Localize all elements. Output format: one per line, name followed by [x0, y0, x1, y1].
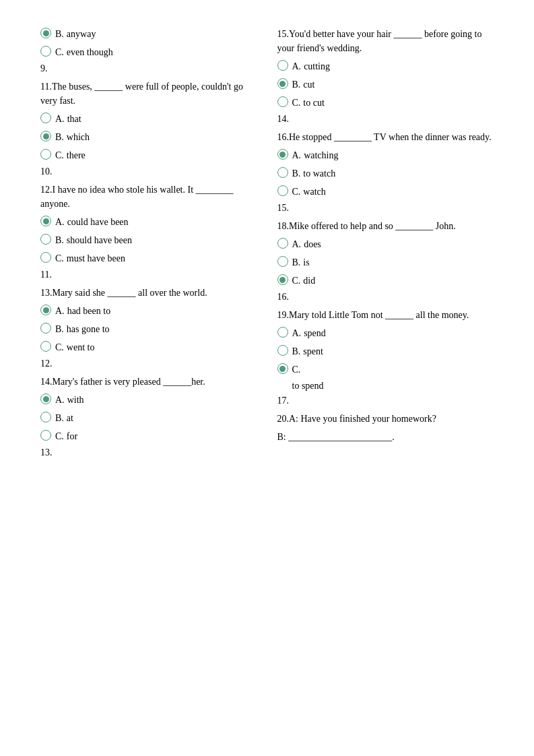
option-item[interactable]: C.went to [40, 340, 257, 354]
option-item[interactable]: C.even though [40, 45, 257, 59]
radio-button[interactable] [277, 167, 288, 178]
option-item[interactable]: C. [277, 363, 494, 377]
radio-button[interactable] [277, 60, 288, 71]
option-item[interactable]: A.could have been [40, 215, 257, 229]
option-label: C. [55, 429, 64, 443]
radio-button[interactable] [40, 131, 51, 141]
option-text: watching [304, 148, 338, 162]
radio-button[interactable] [277, 238, 288, 249]
radio-button[interactable] [277, 78, 288, 89]
question-text: 11.The buses, ______ were full of people… [40, 80, 257, 108]
radio-button[interactable] [40, 305, 51, 315]
radio-button[interactable] [40, 341, 51, 352]
section-number: 9. [40, 63, 257, 74]
radio-button[interactable] [277, 274, 288, 285]
option-item[interactable]: A.that [40, 112, 257, 126]
question-text: 15.You'd better have your hair ______ be… [277, 27, 494, 55]
option-text: did [303, 274, 315, 288]
option-item[interactable]: A.does [277, 237, 494, 251]
option-label: A. [292, 237, 302, 251]
section-number: 13. [40, 447, 257, 458]
radio-selected-dot [43, 30, 49, 36]
option-item[interactable]: A.had been to [40, 304, 257, 318]
option-item[interactable]: B.has gone to [40, 322, 257, 336]
question-text: 16.He stopped ________ TV when the dinne… [277, 130, 494, 144]
option-item[interactable]: B.which [40, 130, 257, 144]
question-text: 19.Mary told Little Tom not ______ all t… [277, 308, 494, 322]
radio-button[interactable] [277, 327, 288, 338]
option-item[interactable]: B.is [277, 255, 494, 270]
option-text: for [67, 429, 77, 443]
option-item[interactable]: A.with [40, 393, 257, 407]
option-label: C. [55, 148, 64, 162]
radio-button[interactable] [40, 393, 51, 404]
option-extra-text: to spend [292, 381, 494, 391]
radio-button[interactable] [40, 323, 51, 334]
radio-button[interactable] [40, 149, 51, 160]
radio-button[interactable] [40, 430, 51, 441]
option-text: spent [303, 344, 323, 358]
option-text: must have been [67, 251, 125, 265]
option-text: could have been [67, 215, 129, 229]
radio-button[interactable] [277, 96, 288, 107]
option-label: A. [55, 304, 65, 318]
question-text: 13.Mary said she ______ all over the wor… [40, 286, 257, 300]
option-item[interactable]: A.spend [277, 326, 494, 340]
option-item[interactable]: A.watching [277, 148, 494, 162]
radio-button[interactable] [277, 345, 288, 356]
radio-button[interactable] [40, 113, 51, 123]
option-item[interactable]: C.for [40, 429, 257, 443]
option-text: even though [67, 45, 113, 59]
option-item[interactable]: C.there [40, 148, 257, 162]
main-columns: B.anywayC.even though9.11.The buses, ___… [40, 27, 494, 464]
radio-selected-dot [43, 218, 49, 224]
radio-button[interactable] [277, 363, 288, 374]
option-label: C. [292, 96, 301, 110]
option-text: does [304, 237, 321, 251]
radio-button[interactable] [277, 185, 288, 196]
section-number: 10. [40, 166, 257, 177]
option-item[interactable]: B.cut [277, 77, 494, 92]
option-label: B. [292, 255, 301, 270]
radio-selected-dot [279, 277, 286, 283]
option-item[interactable]: B.should have been [40, 233, 257, 247]
option-label: A. [292, 148, 302, 162]
question-text: B: ______________________. [277, 430, 494, 444]
right-column: 15.You'd better have your hair ______ be… [277, 27, 494, 464]
option-text: to watch [303, 166, 335, 181]
option-label: B. [55, 130, 64, 144]
radio-button[interactable] [40, 46, 51, 57]
radio-button[interactable] [277, 149, 288, 160]
option-text: which [67, 130, 90, 144]
option-label: A. [55, 215, 65, 229]
section-number: 12. [40, 358, 257, 369]
option-item[interactable]: B.anyway [40, 27, 257, 41]
option-item[interactable]: C.to cut [277, 96, 494, 110]
radio-selected-dot [43, 133, 49, 139]
radio-button[interactable] [277, 256, 288, 267]
option-label: A. [292, 59, 302, 73]
radio-button[interactable] [40, 234, 51, 245]
radio-selected-dot [279, 152, 286, 158]
option-label: C. [292, 185, 301, 199]
radio-button[interactable] [40, 252, 51, 263]
radio-button[interactable] [40, 28, 51, 38]
option-label: C. [55, 45, 64, 59]
radio-button[interactable] [40, 216, 51, 226]
option-item[interactable]: B.to watch [277, 166, 494, 181]
option-item[interactable]: B.spent [277, 344, 494, 358]
option-label: B. [292, 344, 301, 358]
option-label: B. [55, 322, 64, 336]
question-text: 20.A: Have you finished your homework? [277, 412, 494, 426]
option-item[interactable]: A.cutting [277, 59, 494, 73]
option-item[interactable]: C.must have been [40, 251, 257, 265]
option-item[interactable]: B.at [40, 411, 257, 425]
option-item[interactable]: C.did [277, 274, 494, 288]
radio-button[interactable] [40, 412, 51, 422]
option-text: at [67, 411, 73, 425]
option-text: with [67, 393, 84, 407]
option-item[interactable]: C.watch [277, 185, 494, 199]
question-text: 18.Mike offered to help and so ________ … [277, 219, 494, 233]
radio-selected-dot [43, 307, 49, 313]
option-text: anyway [67, 27, 96, 41]
